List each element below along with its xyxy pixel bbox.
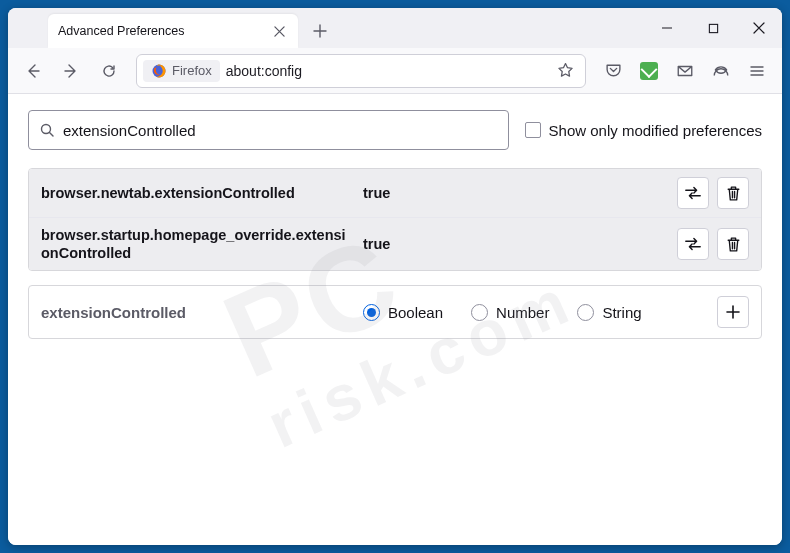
svg-rect-0 [709,24,717,32]
toggle-button[interactable] [677,228,709,260]
account-icon [712,62,730,80]
trash-icon [726,185,741,202]
plus-icon [726,305,740,319]
reset-button[interactable] [717,177,749,209]
identity-box[interactable]: Firefox [143,60,220,82]
firefox-logo-icon [151,63,167,79]
arrow-left-icon [25,63,41,79]
radio-icon [577,304,594,321]
toolbar-icons [596,54,774,88]
url-text: about:config [226,63,302,79]
search-icon [39,122,55,138]
type-label: String [602,304,641,321]
browser-window: Advanced Preferences [8,8,782,545]
toggle-button[interactable] [677,177,709,209]
close-icon [753,22,765,34]
inbox-button[interactable] [668,54,702,88]
maximize-icon [708,23,719,34]
type-string-radio[interactable]: String [577,304,641,321]
type-number-radio[interactable]: Number [471,304,549,321]
back-button[interactable] [16,54,50,88]
pref-row[interactable]: browser.newtab.extensionControlled true [29,169,761,217]
app-menu-button[interactable] [740,54,774,88]
window-controls [644,8,782,48]
toggle-icon [684,186,702,200]
window-maximize-button[interactable] [690,8,736,48]
new-tab-button[interactable] [306,17,334,45]
url-bar[interactable]: Firefox about:config [136,54,586,88]
identity-label: Firefox [172,63,212,78]
search-box[interactable] [28,110,509,150]
window-minimize-button[interactable] [644,8,690,48]
radio-icon [471,304,488,321]
checkbox-icon [525,122,541,138]
tab-close-button[interactable] [270,22,288,40]
arrow-right-icon [63,63,79,79]
pocket-button[interactable] [596,54,630,88]
add-pref-button[interactable] [717,296,749,328]
pref-value: true [363,185,665,201]
minimize-icon [661,22,673,34]
type-boolean-radio[interactable]: Boolean [363,304,443,321]
search-row: Show only modified preferences [28,110,762,150]
type-label: Number [496,304,549,321]
titlebar: Advanced Preferences [8,8,782,48]
pref-row[interactable]: browser.startup.homepage_override.extens… [29,217,761,270]
account-button[interactable] [704,54,738,88]
tab-title: Advanced Preferences [58,24,270,38]
pref-name: browser.startup.homepage_override.extens… [41,226,351,262]
hamburger-icon [749,63,765,79]
window-close-button[interactable] [736,8,782,48]
inbox-icon [676,62,694,80]
pref-name: browser.newtab.extensionControlled [41,184,351,202]
new-pref-name: extensionControlled [41,304,351,321]
pref-table: browser.newtab.extensionControlled true … [28,168,762,271]
new-pref-row: extensionControlled Boolean Number Strin… [28,285,762,339]
about-config-page: Show only modified preferences browser.n… [8,94,782,545]
show-modified-label: Show only modified preferences [549,122,762,139]
toggle-icon [684,237,702,251]
reload-icon [101,63,117,79]
reset-button[interactable] [717,228,749,260]
plus-icon [313,24,327,38]
pref-value: true [363,236,665,252]
pref-actions [677,177,749,209]
browser-tab[interactable]: Advanced Preferences [48,14,298,48]
navigation-toolbar: Firefox about:config [8,48,782,94]
close-icon [274,26,285,37]
extension-button[interactable] [632,54,666,88]
pref-actions [677,228,749,260]
type-options: Boolean Number String [363,304,705,321]
pocket-icon [605,62,622,79]
star-icon [557,62,574,79]
type-label: Boolean [388,304,443,321]
reload-button[interactable] [92,54,126,88]
radio-icon [363,304,380,321]
extension-badge-icon [640,62,658,80]
trash-icon [726,236,741,253]
forward-button[interactable] [54,54,88,88]
show-modified-checkbox[interactable]: Show only modified preferences [525,122,762,139]
config-search-input[interactable] [63,122,498,139]
bookmark-star-button[interactable] [551,57,579,85]
